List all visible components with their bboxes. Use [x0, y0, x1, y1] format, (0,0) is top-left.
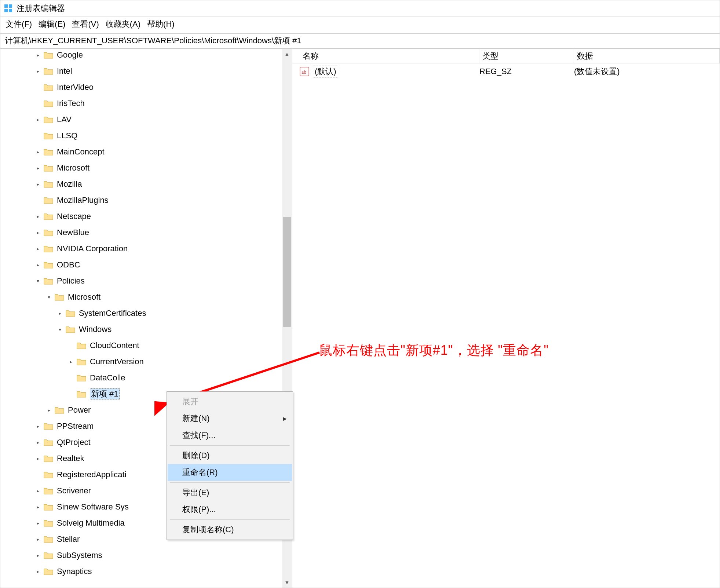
- expand-icon[interactable]: ▸: [33, 67, 42, 76]
- expand-icon[interactable]: ▸: [33, 486, 42, 495]
- tree-item[interactable]: ▸Microsoft: [0, 160, 146, 176]
- annotation-text: 鼠标右键点击"新项#1"，选择 "重命名": [319, 342, 549, 359]
- tree-item[interactable]: ▸LAV: [0, 112, 146, 128]
- expand-icon[interactable]: ▸: [44, 406, 53, 414]
- expand-icon[interactable]: ▸: [33, 519, 42, 527]
- expand-icon[interactable]: ▸: [33, 115, 42, 124]
- expand-icon[interactable]: ▸: [33, 438, 42, 447]
- title-bar[interactable]: 注册表编辑器: [0, 0, 720, 17]
- expand-icon[interactable]: ▾: [33, 277, 42, 285]
- tree-item-label: LLSQ: [57, 131, 77, 140]
- tree-item[interactable]: ▸Solveig Multimedia: [0, 515, 146, 531]
- expand-icon[interactable]: ▸: [33, 535, 42, 544]
- tree-item[interactable]: CloudContent: [0, 337, 146, 354]
- tree-item[interactable]: ▾Policies: [0, 273, 146, 289]
- value-row[interactable]: ab(默认)REG_SZ(数值未设置): [292, 63, 720, 80]
- folder-icon: [44, 212, 53, 220]
- tree-item[interactable]: ▸MainConcept: [0, 144, 146, 160]
- scroll-up-icon[interactable]: ▲: [282, 49, 292, 59]
- folder-icon: [55, 406, 64, 414]
- expand-icon[interactable]: ▸: [55, 309, 64, 318]
- tree-item[interactable]: ▸ODBC: [0, 257, 146, 273]
- menu-help[interactable]: 帮助(H): [147, 19, 175, 30]
- expand-icon[interactable]: ▸: [33, 244, 42, 253]
- expand-icon[interactable]: ▸: [33, 228, 42, 237]
- svg-rect-0: [4, 4, 8, 8]
- tree-item[interactable]: 新项 #1: [0, 386, 146, 402]
- expand-icon[interactable]: ▸: [33, 551, 42, 560]
- menu-edit[interactable]: 编辑(E): [39, 19, 65, 30]
- menu-file[interactable]: 文件(F): [6, 19, 32, 30]
- expand-icon[interactable]: ▸: [33, 503, 42, 511]
- tree-item[interactable]: ▸Realtek: [0, 450, 146, 467]
- context-menu-item[interactable]: 导出(E): [168, 484, 292, 501]
- tree-item[interactable]: ▸Netscape: [0, 208, 146, 224]
- tree-item-label: Power: [68, 405, 91, 415]
- expand-icon[interactable]: ▸: [66, 357, 75, 366]
- folder-icon: [77, 358, 86, 366]
- tree-item[interactable]: RegisteredApplicati: [0, 467, 146, 483]
- tree-item[interactable]: ▸Power: [0, 402, 146, 418]
- menu-fav[interactable]: 收藏夹(A): [106, 19, 140, 30]
- tree-item[interactable]: ▸Google: [0, 49, 146, 63]
- menu-item-label: 导出(E): [182, 487, 209, 498]
- context-menu-item[interactable]: 复制项名称(C): [168, 521, 292, 538]
- tree-item-label: Windows: [79, 325, 112, 334]
- expand-icon[interactable]: ▸: [33, 212, 42, 221]
- tree-item[interactable]: ▸Sinew Software Sys: [0, 499, 146, 515]
- tree-item-label: SystemCertificates: [79, 308, 146, 318]
- tree-item-label: Synaptics: [57, 567, 92, 576]
- tree-item[interactable]: ▸Synaptics: [0, 563, 146, 580]
- registry-tree[interactable]: ▸Google▸IntelInterVideoIrisTech▸LAVLLSQ▸…: [0, 49, 146, 580]
- expand-icon[interactable]: ▸: [33, 164, 42, 172]
- tree-item[interactable]: ▾Microsoft: [0, 289, 146, 305]
- expand-icon[interactable]: ▸: [33, 260, 42, 269]
- scroll-thumb[interactable]: [283, 217, 291, 327]
- tree-item[interactable]: MozillaPlugins: [0, 192, 146, 208]
- tree-item[interactable]: ▸PPStream: [0, 418, 146, 434]
- expand-icon[interactable]: ▾: [44, 293, 53, 302]
- tree-item[interactable]: ▸NewBlue: [0, 224, 146, 241]
- context-menu-item[interactable]: 新建(N)▶: [168, 410, 292, 427]
- tree-item[interactable]: ▸QtProject: [0, 434, 146, 450]
- tree-item[interactable]: InterVideo: [0, 79, 146, 95]
- expand-icon[interactable]: ▸: [33, 51, 42, 59]
- expand-icon[interactable]: ▸: [33, 147, 42, 156]
- context-menu-item[interactable]: 权限(P)...: [168, 501, 292, 518]
- menu-view[interactable]: 查看(V): [72, 19, 99, 30]
- folder-icon: [66, 325, 75, 333]
- tree-item[interactable]: ▸SubSystems: [0, 547, 146, 563]
- tree-item[interactable]: ▸Intel: [0, 63, 146, 79]
- tree-item[interactable]: IrisTech: [0, 95, 146, 112]
- expand-icon[interactable]: ▾: [55, 325, 64, 334]
- values-header[interactable]: 名称 类型 数据: [292, 49, 720, 63]
- tree-item[interactable]: ▸Scrivener: [0, 483, 146, 499]
- expand-icon[interactable]: ▸: [33, 422, 42, 431]
- folder-icon: [44, 51, 53, 59]
- tree-item[interactable]: ▸Mozilla: [0, 176, 146, 192]
- svg-rect-2: [4, 9, 8, 12]
- tree-item-label: Microsoft: [57, 163, 89, 173]
- tree-item[interactable]: ▾Windows: [0, 321, 146, 337]
- tree-item[interactable]: LLSQ: [0, 128, 146, 144]
- values-list[interactable]: ab(默认)REG_SZ(数值未设置): [292, 63, 720, 80]
- address-bar[interactable]: 计算机\HKEY_CURRENT_USER\SOFTWARE\Policies\…: [0, 33, 720, 49]
- expand-icon[interactable]: ▸: [33, 454, 42, 463]
- tree-item[interactable]: ▸CurrentVersion: [0, 354, 146, 370]
- context-menu-item[interactable]: 删除(D): [168, 447, 292, 464]
- expand-icon[interactable]: ▸: [33, 567, 42, 576]
- tree-item-label: Sinew Software Sys: [57, 502, 129, 512]
- context-menu-item[interactable]: 查找(F)...: [168, 427, 292, 444]
- expand-icon[interactable]: ▸: [33, 180, 42, 189]
- tree-item-label: ODBC: [57, 260, 80, 270]
- col-data[interactable]: 数据: [574, 49, 720, 63]
- scroll-down-icon[interactable]: ▼: [282, 577, 292, 588]
- tree-item[interactable]: ▸NVIDIA Corporation: [0, 241, 146, 257]
- tree-item[interactable]: DataColle: [0, 370, 146, 386]
- col-name[interactable]: 名称: [300, 49, 479, 63]
- tree-item[interactable]: ▸SystemCertificates: [0, 305, 146, 321]
- tree-item[interactable]: ▸Stellar: [0, 531, 146, 547]
- col-type[interactable]: 类型: [479, 49, 574, 63]
- folder-icon: [44, 196, 53, 204]
- context-menu-item[interactable]: 重命名(R): [168, 464, 292, 481]
